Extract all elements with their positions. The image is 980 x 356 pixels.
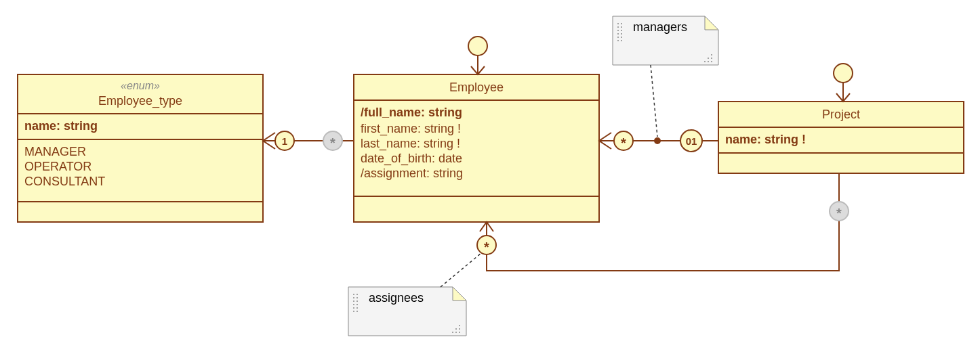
svg-point-25	[708, 61, 709, 62]
employee-type-value-1: OPERATOR	[24, 160, 91, 173]
svg-point-38	[353, 304, 354, 305]
svg-point-34	[353, 297, 354, 298]
svg-point-33	[356, 294, 358, 295]
employee-type-stereotype: «enum»	[121, 80, 160, 91]
assoc-employee-project-managers: * 01	[599, 130, 718, 152]
employee-attr-3: /assignment: string	[361, 166, 463, 180]
svg-point-42	[353, 311, 354, 312]
employee-attr-0: first_name: string !	[361, 122, 461, 136]
svg-point-53	[468, 37, 487, 55]
note-assignees: assignees	[348, 287, 466, 336]
svg-point-41	[356, 307, 358, 309]
svg-point-24	[711, 58, 712, 59]
svg-point-39	[356, 304, 358, 305]
mult-emp-proj-mgr-near: *	[621, 135, 626, 150]
svg-point-47	[452, 332, 453, 333]
note-managers-text: managers	[633, 20, 687, 34]
employee-type-name: Employee_type	[98, 94, 182, 108]
svg-point-17	[621, 30, 622, 31]
svg-point-19	[621, 33, 622, 35]
svg-point-20	[617, 37, 619, 38]
employee-type-value-0: MANAGER	[24, 145, 86, 158]
svg-point-59	[834, 64, 853, 83]
svg-point-15	[621, 26, 622, 28]
svg-point-36	[353, 301, 354, 302]
svg-point-45	[455, 332, 457, 333]
svg-point-12	[617, 23, 619, 24]
note-assignees-text: assignees	[369, 291, 424, 305]
mult-emp-type-near: *	[330, 135, 335, 150]
svg-point-21	[621, 37, 622, 38]
class-project: Project name: string !	[718, 102, 964, 173]
svg-point-49	[459, 325, 460, 326]
svg-point-44	[459, 328, 460, 330]
svg-point-43	[356, 311, 358, 312]
employee-type-key-attr: name: string	[24, 119, 98, 133]
employee-attr-2: date_of_birth: date	[361, 152, 462, 166]
employee-key-attr: /full_name: string	[361, 106, 462, 119]
mult-emp-proj-mgr-far: 01	[686, 135, 697, 147]
svg-point-29	[711, 54, 712, 55]
svg-point-57	[654, 137, 661, 144]
assoc-employee-type: * 1	[263, 131, 354, 150]
svg-point-35	[356, 297, 358, 298]
mult-emp-proj-assign-near: *	[484, 240, 489, 254]
svg-point-18	[617, 33, 619, 35]
project-key-attr: name: string !	[725, 133, 806, 146]
svg-point-22	[617, 40, 619, 41]
svg-point-13	[621, 23, 622, 24]
class-employee-type: «enum» Employee_type name: string MANAGE…	[18, 74, 263, 222]
note-link-assignees	[441, 253, 481, 287]
svg-point-14	[617, 26, 619, 28]
mult-emp-type-far: 1	[282, 135, 287, 147]
employee-attr-1: last_name: string !	[361, 137, 460, 151]
svg-marker-31	[453, 287, 466, 301]
svg-point-40	[353, 307, 354, 309]
employee-type-value-2: CONSULTANT	[24, 175, 105, 188]
svg-point-32	[353, 294, 354, 295]
uml-diagram: «enum» Employee_type name: string MANAGE…	[0, 0, 980, 356]
note-link-managers	[651, 65, 657, 137]
svg-point-37	[356, 301, 358, 302]
svg-point-16	[617, 30, 619, 31]
class-employee: Employee /full_name: string first_name: …	[354, 74, 599, 222]
svg-point-23	[621, 40, 622, 41]
note-managers: managers	[613, 16, 718, 65]
svg-point-26	[711, 61, 712, 62]
svg-point-28	[708, 58, 709, 59]
project-name: Project	[822, 108, 860, 121]
svg-point-46	[459, 332, 460, 333]
svg-point-48	[455, 328, 457, 330]
assoc-project-self	[834, 64, 853, 102]
employee-name: Employee	[449, 81, 504, 94]
svg-point-27	[704, 61, 706, 62]
assoc-employee-self	[468, 37, 487, 74]
mult-proj-assign-far: *	[836, 206, 842, 221]
svg-marker-11	[705, 16, 718, 30]
